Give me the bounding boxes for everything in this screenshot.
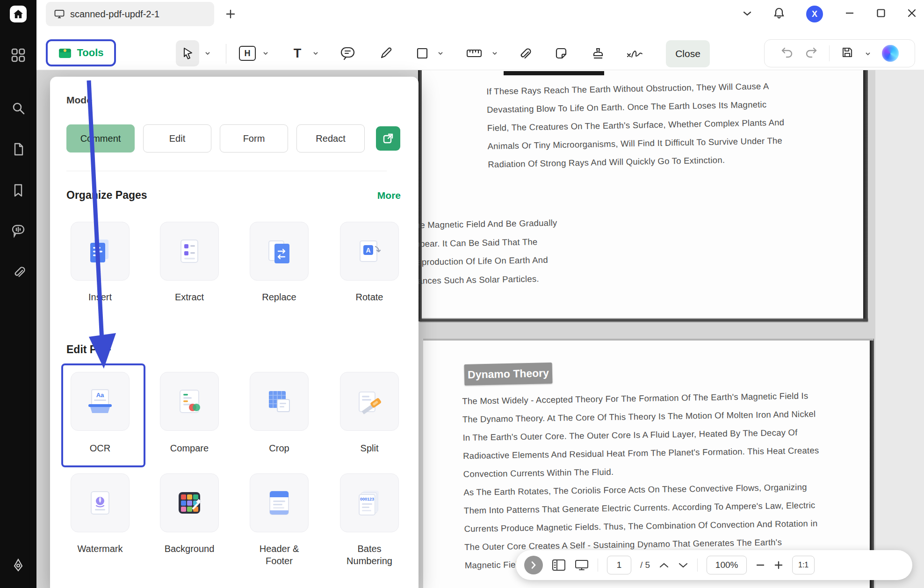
page2-top-shadow xyxy=(423,339,873,341)
page1-fragment: The Magnetic Field And Be Gradually xyxy=(410,213,557,234)
slideshow-icon[interactable] xyxy=(575,559,589,571)
page1-paragraph: If These Rays Reach The Earth Without Ob… xyxy=(486,77,785,174)
shape-tool-dropdown[interactable] xyxy=(437,40,444,66)
stamp-tool[interactable] xyxy=(586,40,610,66)
text-tool[interactable]: T xyxy=(287,40,308,66)
ocr-tile[interactable]: Aa xyxy=(71,372,130,431)
home-button[interactable] xyxy=(0,4,36,24)
zoom-in-button[interactable] xyxy=(774,560,783,570)
insert-label: Insert xyxy=(60,291,140,303)
maximize-button[interactable] xyxy=(876,8,886,20)
rotate-tile[interactable]: A xyxy=(340,222,399,281)
paperclip-icon xyxy=(11,265,25,279)
highlight-tool[interactable]: H xyxy=(236,40,259,66)
comment-voice-icon xyxy=(11,224,25,238)
actual-size-button[interactable]: 1:1 xyxy=(792,556,815,574)
close-window-button[interactable] xyxy=(907,8,917,20)
organize-pages-title: Organize Pages xyxy=(66,189,147,202)
replace-tile[interactable] xyxy=(250,222,309,281)
brand-pen-button[interactable] xyxy=(0,555,36,575)
titlebar-controls: X xyxy=(743,0,917,28)
divider xyxy=(829,45,830,61)
watermark-tile[interactable] xyxy=(71,473,130,532)
more-link[interactable]: More xyxy=(359,190,401,201)
compare-tile[interactable] xyxy=(160,372,219,431)
save-button[interactable] xyxy=(841,46,854,61)
account-avatar[interactable]: X xyxy=(806,6,823,22)
measure-tool-dropdown[interactable] xyxy=(491,40,498,66)
comments-button[interactable] xyxy=(0,220,36,241)
save-dropdown[interactable] xyxy=(865,49,871,58)
pencil-tool[interactable] xyxy=(374,40,397,66)
replace-label: Replace xyxy=(239,291,319,303)
extract-tile[interactable] xyxy=(160,222,219,281)
tabs-dropdown-button[interactable] xyxy=(743,10,752,18)
bookmarks-button[interactable] xyxy=(0,180,36,201)
redo-button[interactable] xyxy=(805,46,818,60)
apps-grid-button[interactable] xyxy=(0,45,36,65)
watermark-label: Watermark xyxy=(60,543,140,555)
previous-page-button[interactable] xyxy=(659,562,669,568)
search-button[interactable] xyxy=(0,98,36,118)
shape-tool[interactable] xyxy=(411,40,434,66)
measure-tool[interactable] xyxy=(461,40,487,66)
page-number-input[interactable]: 1 xyxy=(607,556,631,574)
toolbar-right-cluster xyxy=(764,39,915,67)
header-footer-tile[interactable] xyxy=(250,473,309,532)
text-tool-dropdown[interactable] xyxy=(312,40,319,66)
next-page-button[interactable] xyxy=(678,562,688,568)
tools-menu-button[interactable]: Tools xyxy=(46,39,116,66)
crop-label: Crop xyxy=(239,442,319,454)
note-tool[interactable] xyxy=(336,40,360,66)
notifications-button[interactable] xyxy=(773,7,785,22)
bookmark-icon xyxy=(12,183,25,197)
minimize-button[interactable] xyxy=(845,8,855,20)
divider xyxy=(697,559,698,572)
document-tab[interactable]: scanned-pdf-updf-2-1 xyxy=(46,2,214,26)
ocr-icon: Aa xyxy=(86,388,115,415)
page2-paragraph: The Most Widely - Accepted Theory For Th… xyxy=(462,386,821,574)
signature-tool[interactable] xyxy=(620,40,650,66)
main-toolbar: Tools H T xyxy=(36,28,924,70)
new-tab-button[interactable] xyxy=(225,9,236,21)
attach-file-tool[interactable] xyxy=(513,40,536,66)
ai-assistant-button[interactable] xyxy=(882,45,899,62)
maximize-icon xyxy=(876,8,886,18)
app-window: If These Rays Reach The Earth Without Ob… xyxy=(0,0,924,588)
mode-edit-button[interactable]: Edit xyxy=(143,124,211,152)
extract-icon xyxy=(175,237,203,265)
mode-redact-button[interactable]: Redact xyxy=(296,124,365,152)
close-icon xyxy=(907,8,917,18)
highlight-tool-dropdown[interactable] xyxy=(262,40,269,66)
background-tile[interactable] xyxy=(160,473,219,532)
bates-numbering-tile[interactable]: 000123 xyxy=(340,473,399,532)
attachments-button[interactable] xyxy=(0,261,36,282)
zoom-out-button[interactable] xyxy=(756,560,765,570)
chevron-down-icon xyxy=(263,51,268,55)
select-tool[interactable] xyxy=(176,40,199,66)
sticker-tool[interactable] xyxy=(549,40,573,66)
undo-button[interactable] xyxy=(780,46,794,60)
document-icon xyxy=(11,142,25,156)
bates-numbering-label: Bates Numbering xyxy=(346,543,393,567)
mode-form-button[interactable]: Form xyxy=(220,124,288,152)
page1-left-column: The Magnetic Field And Be Gradually appe… xyxy=(410,213,558,290)
crop-tile[interactable] xyxy=(250,372,309,431)
split-tile[interactable] xyxy=(340,372,399,431)
pages-button[interactable] xyxy=(0,139,36,160)
fit-label: 1:1 xyxy=(798,561,808,569)
insert-tile[interactable] xyxy=(71,222,130,281)
expand-panel-button[interactable] xyxy=(524,556,543,574)
watermark-icon xyxy=(86,489,114,517)
page1-fragment: stances Such As Solar Particles. xyxy=(411,269,558,290)
thumbnail-panel-icon[interactable] xyxy=(552,559,566,571)
edit-pdf-title: Edit PDF xyxy=(66,343,111,356)
split-label: Split xyxy=(330,442,409,454)
mode-comment-button[interactable]: Comment xyxy=(66,124,135,152)
close-mode-button[interactable]: Close xyxy=(666,40,710,67)
select-tool-dropdown[interactable] xyxy=(204,40,211,66)
bell-icon xyxy=(773,7,785,20)
highlight-icon: H xyxy=(239,46,256,61)
zoom-level-input[interactable]: 100% xyxy=(707,556,747,574)
open-in-new-window-button[interactable] xyxy=(376,126,400,151)
